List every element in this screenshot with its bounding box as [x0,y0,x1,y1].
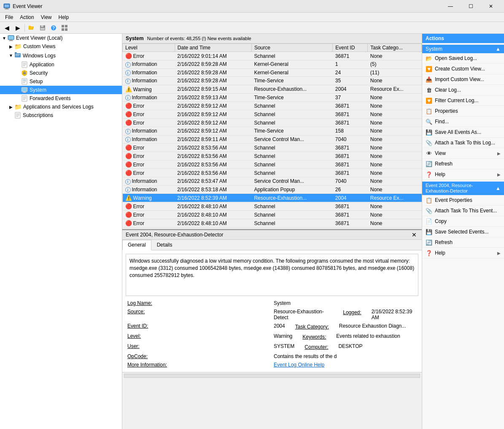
tree-item-application[interactable]: ▶ Application [0,60,122,69]
error-icon: 🔴 [125,170,132,176]
action-icon: 🔍 [426,118,432,125]
system-action-item[interactable]: 🗑Clear Log... [422,85,504,95]
forward-button[interactable]: ▶ [13,23,23,33]
folder-icon-wl [14,52,21,60]
grid-button[interactable] [59,23,70,33]
col-eventid[interactable]: Event ID [333,44,368,52]
tree-item-app-services[interactable]: ▶ 📁 Applications and Services Logs [0,103,122,111]
detail-fields: Log Name: System Source: Resource-Exhaus… [126,299,418,369]
event-table-container[interactable]: Level Date and Time Source Event ID Task… [122,43,422,229]
system-action-item[interactable]: 🔽Filter Current Log... [422,95,504,106]
event-action-item[interactable]: 🔄Refresh [422,237,504,248]
table-row[interactable]: iInformation2/16/2022 8:59:28 AMTime-Ser… [123,77,422,85]
event-action-item[interactable]: ❓Help▶ [422,248,504,258]
menu-action[interactable]: Action [16,14,37,21]
tab-details[interactable]: Details [151,240,178,250]
cell-source: Kernel-General [251,68,332,77]
table-row[interactable]: 🔴Error2/16/2022 8:59:12 AMSchannel36871N… [123,102,422,110]
col-taskcategory[interactable]: Task Catego... [368,44,422,52]
tree-label-subscriptions: Subscriptions [23,112,53,118]
system-action-item[interactable]: 📎Attach a Task To this Log... [422,138,504,148]
event-action-item[interactable]: 💾Save Selected Events... [422,227,504,237]
table-row[interactable]: iInformation2/16/2022 8:59:13 AMTime-Ser… [123,93,422,102]
table-row[interactable]: 🔴Error2/16/2022 8:53:56 AMSchannel36871N… [123,169,422,177]
section-collapse-icon[interactable]: ▲ [496,46,501,52]
event-log-help-link[interactable]: Event Log Online Help [274,362,324,368]
minimize-button[interactable]: — [441,0,460,13]
table-row[interactable]: iInformation2/16/2022 8:59:28 AMKernel-G… [123,68,422,77]
maximize-button[interactable]: ☐ [461,0,480,13]
open-log-button[interactable] [27,23,37,33]
table-row[interactable]: ⚠️Warning2/16/2022 8:59:15 AMResource-Ex… [123,85,422,93]
tree-item-security[interactable]: ▶ Security [0,69,122,77]
table-row[interactable]: ⚠️Warning2/16/2022 8:52:39 AMResource-Ex… [123,194,422,202]
cell-eventid: 36871 [333,110,368,119]
table-row[interactable]: iInformation2/16/2022 8:59:28 AMKernel-G… [123,60,422,69]
system-action-item[interactable]: 🔄Refresh [422,159,504,169]
detail-close-button[interactable]: ✕ [410,231,418,238]
table-row[interactable]: iInformation2/16/2022 8:59:12 AMTime-Ser… [123,127,422,136]
tree-item-windows-logs[interactable]: ▼ Windows Logs [0,51,122,60]
table-header-row: Level Date and Time Source Event ID Task… [123,44,422,52]
col-level[interactable]: Level [123,44,175,52]
table-row[interactable]: 🔴Error2/16/2022 9:01:14 AMSchannel36871N… [123,52,422,60]
tree-item-setup[interactable]: ▶ Setup [0,77,122,86]
col-source[interactable]: Source [251,44,332,52]
system-action-item[interactable]: 💾Save All Events As... [422,127,504,138]
monitor-icon [8,35,14,41]
system-action-item[interactable]: 🔽Create Custom View... [422,64,504,74]
back-button[interactable]: ◀ [2,23,12,33]
tree-item-subscriptions[interactable]: ▶ Subscriptions [0,111,122,119]
system-action-item[interactable]: ❓Help▶ [422,169,504,180]
event-action-item[interactable]: 📄Copy [422,216,504,227]
system-action-item[interactable]: 📂Open Saved Log... [422,53,504,64]
error-icon: 🔴 [125,53,132,59]
svg-text:?: ? [52,26,55,30]
table-row[interactable]: 🔴Error2/16/2022 8:53:56 AMSchannel36871N… [123,144,422,152]
system-action-item[interactable]: 📥Import Custom View... [422,74,504,85]
svg-rect-24 [23,63,26,63]
cell-date: 2/16/2022 8:59:12 AM [175,102,251,110]
save-button[interactable] [38,23,48,33]
menu-file[interactable]: File [2,14,16,21]
system-action-item[interactable]: 📋Properties [422,106,504,117]
event-section-collapse-icon[interactable]: ▲ [496,185,501,191]
svg-rect-39 [23,98,26,98]
cell-source: Schannel [251,144,332,152]
table-row[interactable]: iInformation2/16/2022 8:59:11 AMService … [123,135,422,144]
tree-item-forwarded[interactable]: ▶ Forwarded Events [0,94,122,103]
system-action-item[interactable]: 👁View▶ [422,148,504,159]
tree-item-root[interactable]: ▼ Event Viewer (Local) [0,34,122,42]
close-button[interactable]: ✕ [481,0,501,13]
event-action-item[interactable]: 📋Event Properties [422,195,504,206]
menu-help[interactable]: Help [55,14,73,21]
table-row[interactable]: 🔴Error2/16/2022 8:48:10 AMSchannel36871N… [123,219,422,228]
cell-date: 2/16/2022 8:53:56 AM [175,169,251,177]
table-row[interactable]: 🔴Error2/16/2022 8:53:56 AMSchannel36871N… [123,152,422,160]
info-icon: i [125,79,131,84]
cell-taskcategory: None [368,211,422,219]
tree-item-custom-views[interactable]: ▶ 📁 Custom Views [0,42,122,51]
table-row[interactable]: 🔴Error2/16/2022 8:48:10 AMSchannel36871N… [123,211,422,219]
horizontal-scrollbar[interactable] [124,374,420,378]
table-row[interactable]: 🔴Error2/16/2022 8:59:12 AMSchannel36871N… [123,119,422,127]
table-row[interactable]: 🔴Error2/16/2022 8:53:56 AMSchannel36871N… [123,160,422,169]
cell-taskcategory: None [368,102,422,110]
table-row[interactable]: 🔴Error2/16/2022 8:48:10 AMSchannel36871N… [123,202,422,211]
detail-scrollbar [122,372,422,379]
svg-rect-17 [10,40,12,41]
expand-icon: ▼ [2,36,7,41]
tree-item-system[interactable]: ▶ System [0,86,122,94]
cell-level: iInformation [123,127,175,136]
col-date[interactable]: Date and Time [175,44,251,52]
help-button[interactable]: ? [49,23,59,33]
table-row[interactable]: iInformation2/16/2022 8:53:47 AMService … [123,177,422,186]
table-row[interactable]: 🔴Error2/16/2022 8:59:12 AMSchannel36871N… [123,110,422,119]
info-icon: i [125,187,131,193]
event-action-item[interactable]: 📎Attach Task To This Event... [422,206,504,216]
tab-general[interactable]: General [122,240,151,250]
action-icon: 🔄 [426,239,432,246]
table-row[interactable]: iInformation2/16/2022 8:53:18 AMApplicat… [123,185,422,194]
menu-view[interactable]: View [38,14,55,21]
system-action-item[interactable]: 🔍Find... [422,117,504,127]
